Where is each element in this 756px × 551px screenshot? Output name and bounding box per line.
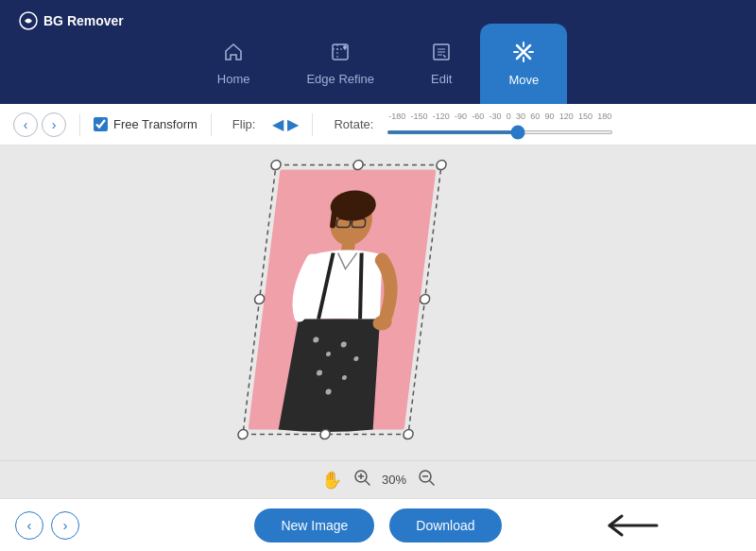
edit-icon (431, 42, 452, 66)
footer-forward-icon: › (63, 517, 68, 533)
back-button[interactable]: ‹ (13, 112, 38, 137)
free-transform-checkbox[interactable] (94, 117, 108, 131)
footer-back-icon: ‹ (27, 517, 32, 533)
svg-point-28 (237, 429, 248, 439)
nav-tabs: Home Edge Refine Edit (189, 0, 567, 104)
toolbar-divider-1 (79, 113, 80, 136)
svg-line-32 (366, 481, 369, 485)
tab-move[interactable]: Move (480, 24, 567, 104)
hand-tool-icon[interactable]: ✋ (321, 470, 342, 491)
flip-left-button[interactable]: ◀ (272, 115, 284, 133)
tab-move-label: Move (508, 73, 539, 87)
toolbar-divider-2 (211, 113, 212, 136)
zoom-value: 30% (382, 473, 406, 487)
tab-edit[interactable]: Edit (403, 24, 480, 104)
tab-edge-refine[interactable]: Edge Refine (278, 24, 403, 104)
svg-point-29 (319, 429, 330, 439)
forward-icon: › (52, 117, 57, 132)
app-header: BG Remover Home Edge Refine (0, 0, 756, 104)
arrow-indicator (605, 511, 662, 540)
rotate-tick-labels: -180 -150 -120 -90 -60 -30 0 30 60 90 12… (387, 112, 613, 121)
move-icon (512, 41, 535, 67)
rotate-slider-wrap: -180 -150 -120 -90 -60 -30 0 30 60 90 12… (387, 112, 613, 138)
canvas-area[interactable] (0, 146, 756, 460)
footer: ‹ › New Image Download (0, 498, 756, 551)
free-transform-toggle[interactable]: Free Transform (94, 117, 198, 131)
zoom-in-icon[interactable] (353, 469, 370, 491)
footer-nav: ‹ › (15, 511, 79, 540)
rotate-label: Rotate: (334, 117, 373, 131)
svg-point-23 (270, 160, 281, 169)
svg-point-30 (403, 429, 413, 439)
download-button[interactable]: Download (389, 508, 501, 542)
rotate-slider[interactable] (387, 130, 613, 134)
app-logo: BG Remover (9, 11, 133, 30)
arrow-icon (605, 511, 662, 540)
back-icon: ‹ (24, 117, 28, 132)
svg-line-36 (430, 481, 434, 485)
footer-forward-button[interactable]: › (51, 511, 79, 540)
forward-button[interactable]: › (42, 112, 66, 137)
flip-right-button[interactable]: ▶ (287, 115, 299, 133)
zoom-out-icon[interactable] (418, 469, 435, 491)
svg-point-27 (420, 294, 430, 303)
svg-point-24 (352, 160, 363, 169)
svg-point-25 (436, 160, 446, 169)
tab-home[interactable]: Home (189, 24, 279, 104)
svg-point-2 (343, 45, 347, 49)
toolbar: ‹ › Free Transform Flip: ◀ ▶ Rotate: -18… (0, 104, 756, 146)
app-title: BG Remover (43, 13, 124, 28)
new-image-button[interactable]: New Image (254, 508, 374, 542)
main-layout: ‹ › Free Transform Flip: ◀ ▶ Rotate: -18… (0, 104, 756, 551)
zoom-bar: ✋ 30% (0, 460, 756, 498)
tab-edit-label: Edit (431, 72, 452, 86)
transform-canvas (217, 146, 510, 448)
tab-home-label: Home (217, 72, 250, 86)
edge-refine-icon (330, 42, 351, 66)
footer-back-button[interactable]: ‹ (15, 511, 43, 540)
logo-icon (19, 11, 38, 30)
flip-arrows: ◀ ▶ (272, 115, 299, 133)
svg-point-26 (254, 294, 265, 303)
toolbar-divider-3 (312, 113, 313, 136)
flip-label: Flip: (232, 117, 256, 131)
tab-edge-refine-label: Edge Refine (306, 72, 374, 86)
home-icon (223, 42, 244, 66)
free-transform-label: Free Transform (113, 117, 198, 131)
toolbar-nav: ‹ › (13, 112, 66, 137)
